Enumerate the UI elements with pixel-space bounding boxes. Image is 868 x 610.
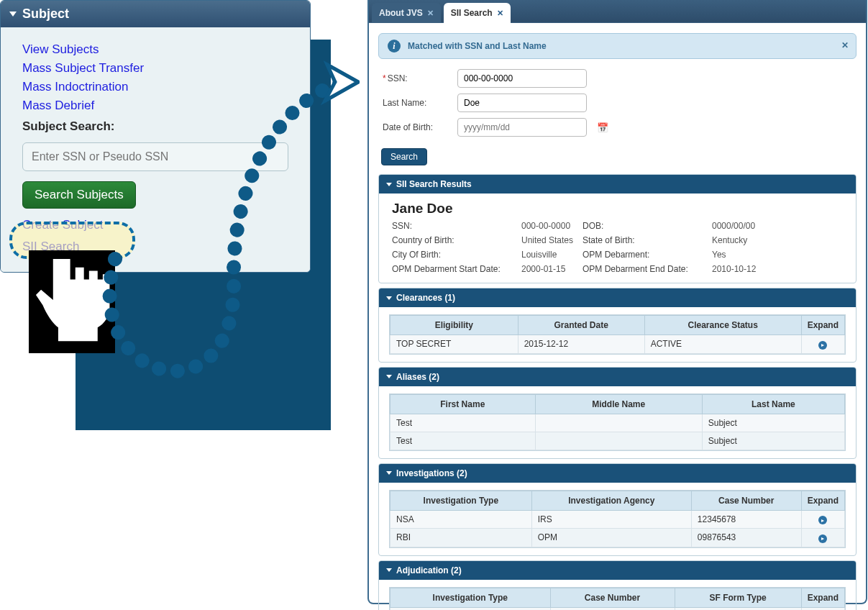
col-middle: Middle Name — [535, 394, 702, 414]
cell-status: ACTIVE — [644, 335, 801, 354]
tab-label: SII Search — [451, 8, 493, 18]
sob-label: State of Birth: — [583, 235, 712, 245]
table-row: Test Subject — [390, 432, 845, 450]
link-mass-indoctrination[interactable]: Mass Indoctrination — [22, 78, 296, 96]
dob-label: DOB: — [583, 221, 712, 231]
tab-about-jvs[interactable]: About JVS ✕ — [372, 3, 441, 23]
close-icon[interactable]: ✕ — [841, 40, 849, 50]
section-title: Aliases (2) — [396, 372, 439, 382]
subject-panel-body: View Subjects Mass Subject Transfer Mass… — [1, 27, 310, 272]
cell-type: NSA — [390, 510, 532, 529]
cell-case: 09876543 — [691, 529, 801, 547]
clearances-header[interactable]: Clearances (1) — [379, 288, 856, 307]
chevron-down-icon — [386, 375, 392, 378]
col-expand: Expand — [801, 491, 844, 510]
cursor-pointer-icon — [29, 250, 115, 353]
search-subjects-button[interactable]: Search Subjects — [22, 181, 136, 209]
dob-input[interactable] — [457, 118, 587, 137]
tab-label: About JVS — [379, 8, 423, 18]
panel-title: Subject — [22, 6, 69, 22]
opmstart-value: 2000-01-15 — [521, 264, 583, 274]
section-title: Investigations (2) — [396, 468, 467, 478]
expand-icon[interactable]: ▸ — [818, 534, 827, 543]
info-icon: i — [388, 40, 401, 53]
col-granted: Granted Date — [518, 316, 644, 335]
link-view-subjects[interactable]: View Subjects — [22, 40, 296, 59]
opmend-label: OPM Debarment End Date: — [583, 264, 712, 274]
city-value: Louisville — [521, 250, 583, 260]
opmdeb-value: Yes — [712, 250, 791, 260]
results-header[interactable]: SII Search Results — [379, 175, 856, 194]
cell-type: 30 SSBI SBI — [390, 607, 551, 610]
cob-value: United States — [521, 235, 583, 245]
cell-eligibility: TOP SECRET — [390, 335, 518, 354]
city-label: City Of Birth: — [392, 250, 521, 260]
tab-sii-search[interactable]: SII Search ✕ — [444, 3, 511, 23]
col-expand: Expand — [801, 588, 844, 607]
ssn-label: *SSN: — [383, 73, 447, 83]
expand-icon[interactable]: ▸ — [818, 516, 827, 524]
aliases-table: First Name Middle Name Last Name Test Su… — [390, 394, 845, 450]
sii-search-view: About JVS ✕ SII Search ✕ i Matched with … — [367, 0, 867, 604]
cob-label: Country of Birth: — [392, 235, 521, 245]
cell-last: Subject — [702, 414, 844, 432]
subject-panel-header[interactable]: Subject — [1, 1, 310, 27]
link-mass-debrief[interactable]: Mass Debrief — [22, 96, 296, 115]
chevron-down-icon — [386, 471, 392, 475]
ssn-label: SSN: — [392, 221, 521, 231]
link-create-subject[interactable]: Create Subject — [22, 216, 296, 235]
clearances-table: Eligibility Granted Date Clearance Statu… — [390, 315, 845, 354]
subject-search-label: Subject Search: — [22, 119, 296, 134]
result-info-grid: SSN: 000-00-0000 DOB: 0000/00/00 Country… — [392, 221, 843, 274]
dob-value: 0000/00/00 — [712, 221, 791, 231]
col-inv-type: Investigation Type — [390, 491, 532, 510]
col-case: Case Number — [691, 491, 801, 510]
cell-type: RBI — [390, 529, 532, 547]
col-inv-agency: Investigation Agency — [531, 491, 691, 510]
aliases-section: Aliases (2) First Name Middle Name Last … — [378, 367, 856, 459]
investigations-header[interactable]: Investigations (2) — [379, 464, 856, 483]
cell-granted: 2015-12-12 — [518, 335, 644, 354]
col-sf: SF Form Type — [675, 588, 801, 607]
subject-links: View Subjects Mass Subject Transfer Mass… — [22, 40, 296, 115]
search-button[interactable]: Search — [381, 148, 427, 165]
result-name: Jane Doe — [392, 201, 843, 217]
close-icon[interactable]: ✕ — [497, 9, 503, 18]
clearances-section: Clearances (1) Eligibility Granted Date … — [378, 288, 856, 363]
subject-panel: Subject View Subjects Mass Subject Trans… — [0, 0, 311, 273]
cell-last: Subject — [702, 432, 844, 450]
close-icon[interactable]: ✕ — [427, 9, 434, 18]
ssn-input[interactable] — [457, 69, 587, 88]
section-title: SII Search Results — [396, 179, 472, 189]
sob-value: Kentucky — [712, 235, 791, 245]
link-mass-transfer[interactable]: Mass Subject Transfer — [22, 59, 296, 78]
adjudication-table: Investigation Type Case Number SF Form T… — [390, 588, 845, 611]
chevron-down-icon — [386, 296, 392, 300]
calendar-icon[interactable]: 📅 — [597, 122, 608, 133]
col-expand: Expand — [801, 316, 844, 335]
adjudication-header[interactable]: Adjudication (2) — [379, 561, 856, 580]
cell-sf: SF86 — [675, 607, 801, 610]
table-row: Test Subject — [390, 414, 845, 432]
dob-label: Date of Birth: — [383, 122, 447, 132]
aliases-header[interactable]: Aliases (2) — [379, 368, 856, 386]
section-title: Clearances (1) — [396, 293, 455, 303]
cell-middle — [535, 432, 702, 450]
col-case: Case Number — [550, 588, 675, 607]
expand-icon[interactable]: ▸ — [818, 341, 827, 350]
opmdeb-label: OPM Debarment: — [583, 250, 712, 260]
cell-agency: OPM — [531, 529, 691, 547]
cell-middle — [535, 414, 702, 432]
table-row: NSA IRS 12345678 ▸ — [390, 510, 845, 529]
adjudication-section: Adjudication (2) Investigation Type Case… — [378, 560, 856, 611]
cell-agency: IRS — [531, 510, 691, 529]
ssn-search-input[interactable] — [22, 142, 288, 171]
table-row: TOP SECRET 2015-12-12 ACTIVE ▸ — [390, 335, 845, 354]
cell-first: Test — [390, 432, 536, 450]
results-section: SII Search Results Jane Doe SSN: 000-00-… — [378, 174, 856, 283]
chevron-down-icon — [386, 183, 392, 186]
col-last: Last Name — [702, 394, 844, 414]
last-name-input[interactable] — [457, 94, 587, 112]
ssn-value: 000-00-0000 — [521, 221, 583, 231]
info-text: Matched with SSN and Last Name — [408, 41, 547, 51]
